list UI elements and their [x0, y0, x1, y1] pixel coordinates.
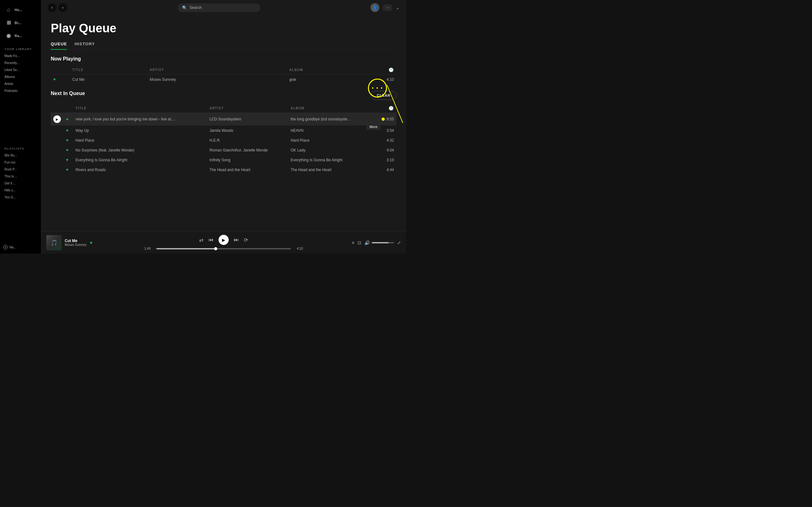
track-duration-2: More 3:54	[371, 125, 397, 135]
sidebar-item-hills[interactable]: Hills s...	[0, 187, 41, 193]
next-button[interactable]: ⏭	[234, 237, 239, 243]
queue-track-row-1[interactable]: ▶ ♥ new york, i love you but you're brin…	[51, 113, 397, 126]
sidebar-item-home[interactable]: ⌂ Ho...	[1, 4, 40, 16]
now-playing-heart-cell: ♥	[51, 74, 60, 84]
player-controls: ⇄ ⏮ ▶ ⏭ ⟳ 1:49	[119, 235, 328, 250]
user-icon: 👤	[372, 5, 377, 10]
heart-icon-2[interactable]: ♥	[66, 128, 68, 133]
lyrics-button[interactable]: ≡	[352, 240, 354, 245]
play-button-1[interactable]: ▶	[53, 115, 61, 123]
play-pause-button[interactable]: ▶	[218, 235, 229, 245]
play-cell-6	[51, 165, 63, 175]
sidebar-item-label-radio: Ra...	[14, 34, 22, 38]
sidebar-item-radio[interactable]: ◉ Ra...	[1, 30, 40, 42]
queue-col-title-header: TITLE	[73, 104, 207, 113]
heart-icon-5[interactable]: ♥	[66, 158, 68, 162]
queue-track-row-4[interactable]: ♥ No Surprises (feat. Janelle Monáe) Rom…	[51, 145, 397, 155]
total-time: 4:10	[293, 247, 303, 250]
progress-bar-container: 1:49 4:10	[144, 247, 303, 250]
sidebar-item-fun-run[interactable]: Fun run	[0, 159, 41, 166]
search-icon: 🔍	[182, 5, 187, 10]
player-heart-icon[interactable]: ♥	[90, 240, 92, 245]
sidebar-top-nav: ⌂ Ho... ⊞ Br... ◉ Ra...	[0, 3, 41, 44]
shuffle-button[interactable]: ⇄	[199, 237, 203, 243]
radio-icon: ◉	[6, 33, 11, 39]
heart-icon-6[interactable]: ♥	[66, 167, 68, 172]
queue-track-row-2[interactable]: ♥ Way Up Jamila Woods HEAVN More 3:54	[51, 125, 397, 135]
forward-icon: ›	[62, 5, 63, 10]
play-cell-4	[51, 145, 63, 155]
queue-track-row-3[interactable]: ♥ Hard Place H.E.R. Hard Place 4:32	[51, 135, 397, 145]
tab-history[interactable]: HISTORY	[74, 42, 95, 49]
sidebar-item-yoo-g[interactable]: Yoo G...	[0, 194, 41, 201]
heart-icon-3[interactable]: ♥	[66, 138, 68, 143]
heart-icon-4[interactable]: ♥	[66, 148, 68, 153]
current-time: 1:49	[144, 247, 154, 250]
sidebar-item-label-browse: Br...	[14, 21, 21, 25]
lyrics-icon: ≡	[352, 240, 354, 245]
nav-arrows: ‹ ›	[48, 3, 67, 12]
sidebar-item-albums[interactable]: Albums	[0, 73, 41, 80]
search-box[interactable]: 🔍	[177, 3, 260, 12]
now-playing-duration: 4:10	[371, 74, 397, 84]
repeat-button[interactable]: ⟳	[244, 237, 248, 243]
new-playlist-button[interactable]: + Ne...	[0, 243, 41, 251]
clear-button[interactable]: CLEAR	[371, 91, 397, 100]
add-icon: +	[3, 245, 8, 249]
volume-slider[interactable]	[372, 242, 394, 243]
fullscreen-button[interactable]: ⤢	[397, 240, 401, 245]
library-section-label: YOUR LIBRARY	[0, 44, 41, 53]
queue-track-row-5[interactable]: ♥ Everything Is Gonna Be Alright Infinit…	[51, 155, 397, 165]
sidebar-item-rock-p[interactable]: Rock P...	[0, 166, 41, 173]
sidebar-item-liked[interactable]: Liked So...	[0, 66, 41, 73]
forward-button[interactable]: ›	[58, 3, 67, 12]
progress-fill	[156, 248, 216, 249]
user-avatar[interactable]: 👤	[370, 3, 379, 12]
queue-col-artist-header: ARTIST	[207, 104, 288, 113]
tab-queue[interactable]: QUEUE	[51, 42, 67, 49]
play-cell-3	[51, 135, 63, 145]
volume-button[interactable]: 🔊	[364, 240, 370, 245]
repeat-icon: ⟳	[244, 237, 248, 243]
track-artist-1: LCD Soundsystem	[207, 113, 288, 126]
sidebar-item-get-it[interactable]: Get It ...	[0, 180, 41, 187]
sidebar-item-made-for[interactable]: Made Fo...	[0, 53, 41, 59]
heart-icon-now-playing[interactable]: ♥	[53, 77, 56, 82]
progress-knob	[214, 247, 217, 250]
now-playing-album: græ	[287, 74, 371, 84]
progress-bar[interactable]	[156, 248, 291, 249]
sidebar-item-artists[interactable]: Artists	[0, 80, 41, 87]
playlists-section-label: PLAYLISTS	[0, 144, 41, 152]
sidebar-item-90s[interactable]: 90s Ro...	[0, 152, 41, 159]
chevron-down-icon[interactable]: ⌄	[396, 5, 400, 10]
sidebar-item-this-is[interactable]: This Is ...	[0, 173, 41, 180]
col-title-header: TITLE	[70, 66, 147, 74]
track-title-1: new york, i love you but you're bringing…	[73, 113, 207, 126]
sidebar-item-recently[interactable]: Recently...	[0, 60, 41, 66]
back-button[interactable]: ‹	[48, 3, 56, 12]
now-playing-track-row[interactable]: ♥ Cut Me Moses Sumney græ 4:10	[51, 74, 397, 84]
queue-track-row-6[interactable]: ♥ Rivers and Roads The Head and the Hear…	[51, 165, 397, 175]
devices-button[interactable]: ⊡	[357, 240, 361, 245]
player-track-name: Cut Me	[65, 239, 87, 243]
shuffle-icon: ⇄	[199, 237, 203, 243]
track-artist-3: H.E.R.	[207, 135, 288, 145]
top-bar: ‹ › 🔍 👤 ··· ⌄	[41, 0, 406, 15]
player-text-info: Cut Me Moses Sumney	[65, 239, 87, 246]
heart-cell-1: ♥	[63, 113, 73, 126]
sidebar-item-browse[interactable]: ⊞ Br...	[1, 16, 40, 29]
queue-duration-header-icon: 🕐	[389, 106, 394, 111]
top-bar-right: 👤 ··· ⌄	[370, 3, 400, 12]
browse-icon: ⊞	[6, 20, 11, 26]
top-bar-account-button[interactable]: ···	[383, 4, 393, 11]
sidebar-item-podcasts[interactable]: Podcasts	[0, 88, 41, 94]
previous-button[interactable]: ⏮	[208, 237, 213, 243]
col-album-header: ALBUM	[287, 66, 371, 74]
track-duration-4: 4:04	[371, 145, 397, 155]
track-album-5: Everything Is Gonna Be Alright	[288, 155, 371, 165]
now-playing-table: TITLE ARTIST ALBUM 🕐 ♥ Cut Me	[51, 66, 397, 84]
search-input[interactable]	[190, 5, 256, 10]
track-title-6: Rivers and Roads	[73, 165, 207, 175]
yellow-dot-1	[382, 118, 385, 121]
heart-icon-1[interactable]: ♥	[66, 117, 68, 122]
